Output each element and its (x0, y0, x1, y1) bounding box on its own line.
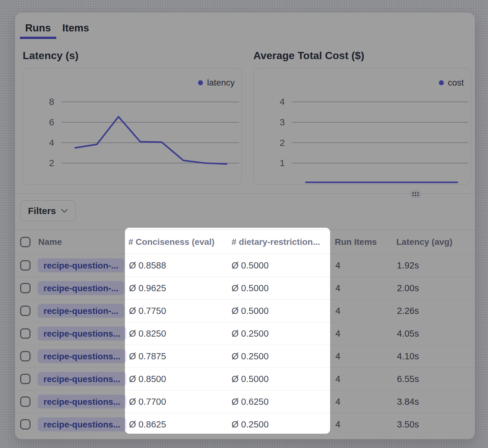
svg-text:4: 4 (280, 96, 285, 107)
run-name-badge[interactable]: recipe-question-... (38, 259, 124, 273)
table-row[interactable]: recipe-questions... Ø 0.8625 Ø 0.2500 4 … (15, 413, 475, 436)
conciseness-score-cell: Ø 0.7750 (129, 306, 166, 316)
cost-legend: cost (439, 78, 464, 88)
svg-text:8: 8 (49, 96, 54, 107)
latency-chart-panel: 2468 latency (23, 68, 242, 184)
run-name-badge[interactable]: recipe-questions... (38, 395, 126, 409)
row-checkbox[interactable] (20, 397, 30, 407)
dataset-runs-card: Runs Items Latency (s) Average Total Cos… (15, 12, 475, 439)
run-items-cell: 4 (335, 260, 340, 271)
row-checkbox[interactable] (20, 351, 30, 362)
tab-items-label: Items (62, 22, 89, 34)
dietary-restriction-score-cell: Ø 0.2500 (232, 329, 269, 339)
cost-line-chart: 1234 (254, 68, 471, 184)
table-body: recipe-question-... Ø 0.8588 Ø 0.5000 4 … (15, 254, 475, 436)
column-header-conciseness[interactable]: # Conciseness (eval) (128, 237, 214, 247)
run-items-cell: 4 (335, 397, 340, 407)
latency-avg-cell: 3.50s (397, 419, 419, 430)
table-row[interactable]: recipe-questions... Ø 0.7700 Ø 0.6250 4 … (15, 390, 475, 413)
run-name-label: recipe-questions... (44, 329, 120, 338)
run-name-badge[interactable]: recipe-questions... (38, 327, 126, 341)
svg-text:4: 4 (49, 138, 54, 148)
run-items-cell: 4 (335, 351, 340, 362)
table-header: Name # Conciseness (eval) # dietary-rest… (15, 230, 475, 254)
latency-avg-cell: 2.26s (397, 306, 419, 316)
run-name-label: recipe-question-... (44, 306, 118, 316)
run-name-badge[interactable]: recipe-questions... (38, 372, 126, 386)
legend-dot-icon (198, 80, 203, 85)
latency-avg-cell: 1.92s (397, 260, 419, 271)
run-name-label: recipe-questions... (44, 351, 120, 361)
run-name-label: recipe-questions... (44, 397, 120, 407)
table-row[interactable]: recipe-question-... Ø 0.9625 Ø 0.5000 4 … (15, 277, 475, 300)
run-items-cell: 4 (335, 306, 340, 316)
row-checkbox[interactable] (20, 283, 30, 293)
run-name-label: recipe-questions... (44, 374, 120, 384)
run-items-cell: 4 (335, 329, 340, 339)
run-items-cell: 4 (335, 374, 340, 384)
tab-runs[interactable]: Runs (20, 22, 56, 40)
dietary-restriction-score-cell: Ø 0.5000 (232, 374, 269, 384)
latency-legend-label: latency (207, 78, 235, 88)
dietary-restriction-score-cell: Ø 0.5000 (232, 306, 269, 316)
tab-items[interactable]: Items (57, 22, 94, 40)
row-checkbox[interactable] (20, 419, 30, 430)
tab-runs-label: Runs (25, 22, 51, 34)
run-name-badge[interactable]: recipe-question-... (38, 304, 124, 318)
row-checkbox[interactable] (20, 329, 30, 339)
dietary-restriction-score-cell: Ø 0.6250 (232, 397, 269, 407)
latency-chart-title: Latency (s) (23, 49, 79, 62)
conciseness-score-cell: Ø 0.7700 (129, 397, 166, 407)
conciseness-score-cell: Ø 0.8250 (129, 329, 166, 339)
conciseness-score-cell: Ø 0.8500 (129, 374, 166, 384)
table-row[interactable]: recipe-questions... Ø 0.8500 Ø 0.5000 4 … (15, 368, 475, 390)
latency-avg-cell: 3.84s (397, 397, 419, 407)
table-row[interactable]: recipe-question-... Ø 0.8588 Ø 0.5000 4 … (15, 254, 475, 277)
conciseness-score-cell: Ø 0.7875 (129, 351, 166, 362)
table-row[interactable]: recipe-question-... Ø 0.7750 Ø 0.5000 4 … (15, 300, 475, 322)
conciseness-score-cell: Ø 0.8588 (129, 260, 166, 271)
svg-text:6: 6 (49, 117, 54, 127)
run-name-label: recipe-question-... (44, 260, 118, 270)
column-header-dietary-restriction[interactable]: # dietary-restriction... (232, 237, 320, 247)
dietary-restriction-score-cell: Ø 0.5000 (232, 283, 269, 293)
column-header-name[interactable]: Name (38, 237, 62, 247)
latency-legend: latency (198, 78, 235, 88)
table-row[interactable]: recipe-questions... Ø 0.8250 Ø 0.2500 4 … (15, 322, 475, 345)
conciseness-score-cell: Ø 0.8625 (129, 419, 166, 430)
latency-avg-cell: 4.05s (397, 329, 419, 339)
latency-avg-cell: 4.10s (397, 351, 419, 362)
cost-chart-panel: 1234 cost (253, 68, 471, 184)
conciseness-score-cell: Ø 0.9625 (129, 283, 166, 293)
tab-bar: Runs Items (15, 13, 475, 40)
run-name-badge[interactable]: recipe-questions... (38, 418, 126, 432)
row-checkbox[interactable] (20, 260, 30, 271)
filters-section: Filters (15, 194, 475, 230)
dietary-restriction-score-cell: Ø 0.5000 (232, 260, 269, 271)
run-name-label: recipe-question-... (44, 283, 118, 293)
column-header-latency-avg[interactable]: Latency (avg) (396, 237, 453, 247)
cost-legend-label: cost (448, 78, 464, 88)
column-header-run-items[interactable]: Run Items (335, 237, 377, 247)
svg-text:1: 1 (280, 158, 285, 168)
run-name-badge[interactable]: recipe-questions... (38, 349, 126, 363)
run-name-badge[interactable]: recipe-question-... (38, 281, 124, 295)
cost-chart-title: Average Total Cost ($) (253, 49, 364, 62)
chevron-down-icon (61, 208, 68, 213)
select-all-checkbox[interactable] (20, 237, 30, 247)
filters-button-label: Filters (28, 206, 56, 216)
filters-button[interactable]: Filters (20, 200, 76, 221)
dietary-restriction-score-cell: Ø 0.2500 (232, 351, 269, 362)
table-row[interactable]: recipe-questions... Ø 0.7875 Ø 0.2500 4 … (15, 345, 475, 368)
run-name-label: recipe-questions... (44, 419, 120, 429)
row-checkbox[interactable] (20, 306, 30, 316)
svg-text:3: 3 (280, 117, 285, 127)
latency-avg-cell: 6.55s (397, 374, 419, 384)
row-checkbox[interactable] (20, 374, 30, 384)
run-items-cell: 4 (335, 419, 340, 430)
dietary-restriction-score-cell: Ø 0.2500 (232, 419, 269, 430)
page-background: Runs Items Latency (s) Average Total Cos… (0, 0, 488, 448)
run-items-cell: 4 (335, 283, 340, 293)
svg-text:2: 2 (49, 158, 54, 168)
latency-avg-cell: 2.00s (397, 283, 419, 293)
